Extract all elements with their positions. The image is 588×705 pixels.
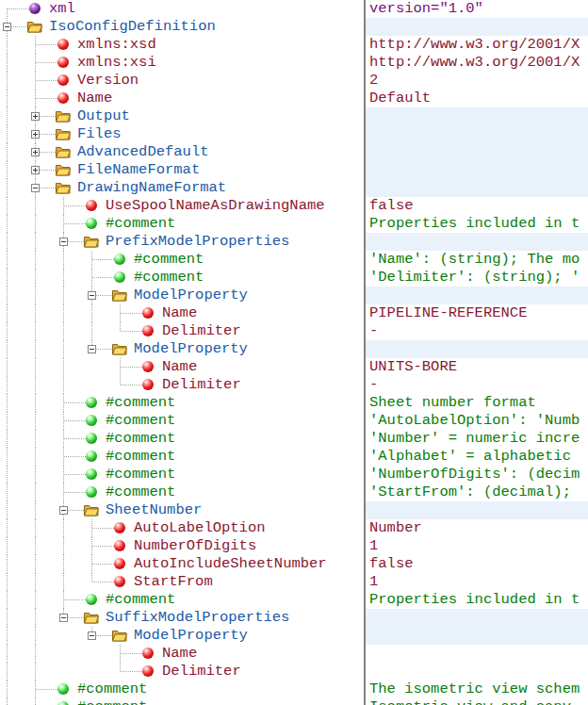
attribute-icon[interactable] bbox=[57, 92, 69, 104]
value-cell[interactable]: Properties included in t bbox=[364, 215, 588, 233]
expand-button[interactable] bbox=[31, 148, 40, 156]
attribute-icon[interactable] bbox=[142, 665, 154, 677]
value-cell[interactable] bbox=[364, 627, 588, 645]
tree-node-label[interactable]: PrefixModelProperties bbox=[106, 233, 289, 251]
folder-icon[interactable] bbox=[56, 182, 71, 194]
tree-node-label[interactable]: #comment bbox=[77, 680, 147, 698]
comment-icon[interactable] bbox=[86, 594, 97, 605]
attribute-icon[interactable] bbox=[142, 325, 154, 336]
collapse-button[interactable] bbox=[3, 23, 11, 31]
tree-node-label[interactable]: Output bbox=[77, 107, 130, 125]
collapse-button[interactable] bbox=[59, 614, 68, 622]
collapse-button[interactable] bbox=[31, 184, 40, 192]
tree-node-label[interactable]: #comment bbox=[106, 484, 175, 501]
attribute-icon[interactable] bbox=[57, 57, 69, 68]
collapse-button[interactable] bbox=[88, 631, 96, 640]
tree-node-label[interactable]: Name bbox=[77, 90, 112, 107]
tree-node-label[interactable]: #comment bbox=[106, 430, 175, 448]
attribute-icon[interactable] bbox=[114, 558, 125, 569]
tree-node-label[interactable]: Files bbox=[77, 125, 122, 143]
value-cell[interactable]: 'Delimiter': (string); ' bbox=[364, 269, 588, 287]
value-cell[interactable]: false bbox=[364, 555, 588, 573]
tree-node-label[interactable]: SheetNumber bbox=[106, 501, 202, 519]
tree-node-label[interactable]: SuffixModelProperties bbox=[106, 609, 289, 627]
folder-icon[interactable] bbox=[112, 289, 127, 302]
tree-node-label[interactable]: Delimiter bbox=[162, 322, 241, 340]
value-cell[interactable] bbox=[364, 609, 588, 627]
tree-node-label[interactable]: Delimiter bbox=[162, 376, 241, 394]
tree-node-label[interactable]: FileNameFormat bbox=[77, 161, 200, 179]
value-cell[interactable]: 'AutoLabelOption': 'Numb bbox=[364, 412, 588, 430]
expand-button[interactable] bbox=[31, 112, 40, 121]
value-cell[interactable] bbox=[364, 287, 588, 304]
folder-icon[interactable] bbox=[112, 343, 127, 355]
folder-icon[interactable] bbox=[84, 236, 99, 248]
value-cell[interactable]: - bbox=[364, 322, 588, 340]
value-cell[interactable]: 'NumberOfDigits': (decim bbox=[364, 466, 588, 484]
value-cell[interactable] bbox=[364, 18, 588, 36]
folder-icon[interactable] bbox=[56, 110, 71, 123]
tree-node-label[interactable]: NumberOfDigits bbox=[134, 537, 256, 555]
value-cell[interactable]: 'Number' = numeric incre bbox=[364, 430, 588, 448]
comment-icon[interactable] bbox=[86, 486, 97, 498]
attribute-icon[interactable] bbox=[142, 361, 154, 372]
folder-icon[interactable] bbox=[27, 21, 42, 33]
value-cell[interactable]: false bbox=[364, 197, 588, 215]
value-cell[interactable] bbox=[364, 340, 588, 358]
value-cell[interactable] bbox=[364, 107, 588, 125]
folder-icon[interactable] bbox=[112, 630, 127, 642]
comment-icon[interactable] bbox=[86, 433, 97, 444]
value-cell[interactable]: 1 bbox=[364, 537, 588, 555]
tree-node-label[interactable]: Name bbox=[162, 304, 197, 322]
tree-node-label[interactable]: #comment bbox=[106, 591, 175, 609]
comment-icon[interactable] bbox=[114, 254, 125, 265]
tree-node-label[interactable]: xmlns:xsi bbox=[77, 54, 156, 72]
tree-node-label[interactable]: IsoConfigDefinition bbox=[49, 18, 216, 36]
value-cell[interactable]: Default bbox=[364, 90, 588, 107]
value-cell[interactable]: http://www.w3.org/2001/X bbox=[364, 54, 588, 72]
tree-node-label[interactable]: ModelProperty bbox=[134, 340, 248, 358]
value-cell[interactable] bbox=[364, 501, 588, 519]
expand-button[interactable] bbox=[31, 130, 40, 139]
tree-node-label[interactable]: UseSpoolNameAsDrawingName bbox=[106, 197, 325, 215]
tree-node-label[interactable]: xmlns:xsd bbox=[77, 36, 156, 54]
pane-splitter[interactable] bbox=[364, 0, 366, 705]
value-cell[interactable]: 1 bbox=[364, 573, 588, 591]
collapse-button[interactable] bbox=[59, 238, 68, 246]
value-cell[interactable] bbox=[364, 161, 588, 179]
tree-node-label[interactable]: Version bbox=[77, 72, 139, 90]
comment-icon[interactable] bbox=[86, 468, 97, 480]
value-cell[interactable]: 'StartFrom': (decimal); bbox=[364, 484, 588, 501]
tree-node-label[interactable]: Name bbox=[162, 645, 197, 663]
attribute-icon[interactable] bbox=[114, 576, 125, 587]
collapse-button[interactable] bbox=[59, 506, 68, 515]
attribute-icon[interactable] bbox=[57, 74, 69, 86]
value-cell[interactable] bbox=[364, 645, 588, 663]
attribute-icon[interactable] bbox=[114, 522, 125, 533]
xml-declaration-icon[interactable] bbox=[29, 3, 41, 14]
value-cell[interactable]: version="1.0" bbox=[364, 0, 588, 18]
tree-node-label[interactable]: xml bbox=[49, 0, 75, 18]
value-cell[interactable] bbox=[364, 143, 588, 161]
tree-node-label[interactable]: #comment bbox=[77, 698, 147, 705]
value-cell[interactable]: 'Alphabet' = alphabetic bbox=[364, 448, 588, 466]
value-cell[interactable]: Number bbox=[364, 519, 588, 537]
folder-icon[interactable] bbox=[56, 164, 71, 176]
value-cell[interactable]: UNITS-BORE bbox=[364, 358, 588, 376]
expand-button[interactable] bbox=[31, 166, 40, 174]
tree-node-label[interactable]: #comment bbox=[106, 412, 175, 430]
value-cell[interactable] bbox=[364, 233, 588, 251]
comment-icon[interactable] bbox=[86, 397, 97, 408]
tree-node-label[interactable]: #comment bbox=[106, 448, 175, 466]
tree-node-label[interactable]: StartFrom bbox=[134, 573, 213, 591]
attribute-icon[interactable] bbox=[142, 307, 154, 319]
tree-node-label[interactable]: Delimiter bbox=[162, 663, 241, 680]
value-cell[interactable] bbox=[364, 125, 588, 143]
value-cell[interactable] bbox=[364, 179, 588, 197]
tree-node-label[interactable]: #comment bbox=[106, 394, 175, 412]
collapse-button[interactable] bbox=[88, 345, 96, 353]
attribute-icon[interactable] bbox=[142, 379, 154, 390]
value-cell[interactable]: PIPELINE-REFERENCE bbox=[364, 304, 588, 322]
tree-node-label[interactable]: ModelProperty bbox=[134, 627, 248, 645]
tree-node-label[interactable]: ModelProperty bbox=[134, 287, 248, 304]
